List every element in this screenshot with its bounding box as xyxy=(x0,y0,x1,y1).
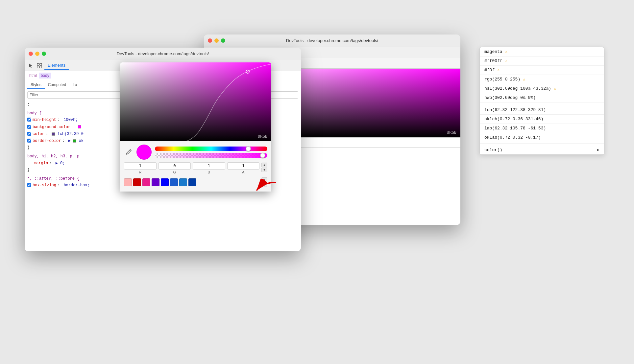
color-name-ff00ff[interactable]: #ff00ff ⚠ xyxy=(480,57,604,66)
colon-2: : xyxy=(72,124,76,130)
picker-body: R G B A ▲ ▼ xyxy=(120,141,271,192)
hue-slider-thumb xyxy=(246,146,251,151)
panel-tab-computed[interactable]: Computed xyxy=(45,81,69,89)
checkbox-color[interactable] xyxy=(27,132,31,136)
hue-slider[interactable] xyxy=(155,147,267,151)
color-name-lch-text: lch(62.32 122.38 329.81) xyxy=(484,107,546,112)
swatch-0[interactable] xyxy=(124,178,132,186)
channel-input-g[interactable] xyxy=(158,162,191,170)
minimize-button-back[interactable] xyxy=(214,38,219,43)
cursor-icon[interactable] xyxy=(27,62,35,69)
alpha-slider[interactable] xyxy=(155,153,267,158)
prop-name-border-color: border-color xyxy=(33,138,61,144)
color-name-hsl[interactable]: hsl(302.69deg 100% 43.32%) ⚠ xyxy=(480,84,604,93)
color-name-oklab[interactable]: oklab(0.72 0.32 -0.17) xyxy=(480,133,604,142)
color-name-rgb[interactable]: rgb(255 0 255) ⚠ xyxy=(480,75,604,84)
panel-tab-la[interactable]: La xyxy=(69,81,80,89)
color-swatch-border[interactable] xyxy=(73,139,76,143)
color-name-magenta-text: magenta xyxy=(484,49,502,54)
stepper-up[interactable]: ▲ xyxy=(261,163,267,167)
channel-label-g: G xyxy=(173,170,176,174)
dropdown-divider xyxy=(480,104,604,104)
checkbox-min-height[interactable] xyxy=(27,118,31,122)
eyedropper-button[interactable] xyxy=(124,148,133,157)
gradient-canvas xyxy=(120,62,271,141)
stepper-down[interactable]: ▼ xyxy=(261,168,267,172)
prop-name-min-height: min-height xyxy=(33,117,56,123)
color-arrow-icon: ▶ xyxy=(597,147,599,152)
breadcrumb-html[interactable]: html xyxy=(27,73,39,79)
breadcrumb-body[interactable]: body xyxy=(39,73,51,79)
swatches-stepper-up[interactable]: ▲ xyxy=(261,177,267,182)
checkbox-background-color[interactable] xyxy=(27,125,31,129)
swatch-7[interactable] xyxy=(188,178,196,186)
color-name-oklab-text: oklab(0.72 0.32 -0.17) xyxy=(484,135,541,140)
close-button-back[interactable] xyxy=(208,38,212,43)
traffic-lights-front xyxy=(29,52,46,56)
maximize-button-front[interactable] xyxy=(42,52,46,56)
inspect-icon[interactable] xyxy=(36,62,43,69)
color-name-oklch[interactable]: oklch(0.72 0.36 331.46) xyxy=(480,115,604,124)
color-swatch-bg[interactable] xyxy=(78,125,81,128)
picker-inputs-row: R G B A ▲ ▼ xyxy=(124,162,267,174)
channel-label-a: A xyxy=(242,170,244,174)
maximize-button-back[interactable] xyxy=(221,38,225,43)
swatches-stepper-down[interactable]: ▼ xyxy=(261,182,267,187)
color-name-ff00ff-text: #ff00ff xyxy=(484,58,502,63)
color-gradient-area[interactable]: sRGB xyxy=(120,62,271,141)
input-group-g: G xyxy=(158,162,191,174)
prop-value-margin: ▶ 0; xyxy=(56,160,65,167)
color-name-f0f-text: #f0f xyxy=(484,68,495,73)
prop-name-margin: margin xyxy=(34,160,48,167)
colon-4: : xyxy=(62,138,67,144)
srgb-label: sRGB xyxy=(258,134,267,139)
close-button-front[interactable] xyxy=(29,52,33,56)
swatch-5[interactable] xyxy=(170,178,178,186)
title-bar-back: DevTools - developer.chrome.com/tags/dev… xyxy=(204,34,460,47)
color-name-hwb-text: hwb(302.69deg 0% 0%) xyxy=(484,95,536,100)
color-names-dropdown[interactable]: magenta ⚠ #ff00ff ⚠ #f0f ⚠ rgb(255 0 255… xyxy=(479,47,604,155)
alpha-slider-thumb xyxy=(260,153,265,158)
picker-stepper: ▲ ▼ xyxy=(261,163,267,172)
traffic-lights-back xyxy=(208,38,225,43)
back-srgb-label: sRGB xyxy=(447,130,456,135)
color-name-oklch-text: oklch(0.72 0.36 331.46) xyxy=(484,117,543,122)
color-name-lab[interactable]: lab(62.32 105.78 -61.53) xyxy=(480,124,604,133)
channel-label-b: B xyxy=(208,170,210,174)
swatch-3[interactable] xyxy=(152,178,159,186)
colon-6: : xyxy=(58,182,62,189)
swatch-2[interactable] xyxy=(142,178,150,186)
checkbox-border-color[interactable] xyxy=(27,139,31,143)
color-name-hsl-text: hsl(302.69deg 100% 43.32%) xyxy=(484,86,551,91)
picker-row-top xyxy=(124,145,267,160)
css-semicolon: ; xyxy=(27,102,30,107)
channel-input-b[interactable] xyxy=(193,162,225,170)
swatch-1[interactable] xyxy=(133,178,141,186)
swatch-6[interactable] xyxy=(179,178,187,186)
channel-label-r: R xyxy=(139,170,141,174)
color-name-lch[interactable]: lch(62.32 122.38 329.81) xyxy=(480,105,604,115)
prop-value-color: lch(32.39 0 xyxy=(52,131,83,137)
input-group-b: B xyxy=(193,162,225,174)
colon-3: : xyxy=(46,131,50,137)
color-swatch-color[interactable] xyxy=(52,132,55,136)
svg-rect-0 xyxy=(37,63,39,65)
warning-icon-ff00ff: ⚠ xyxy=(505,58,507,63)
color-name-magenta[interactable]: magenta ⚠ xyxy=(480,47,604,57)
minimize-button-front[interactable] xyxy=(35,52,39,56)
channel-input-a[interactable] xyxy=(227,162,260,170)
colon-5: : xyxy=(49,160,54,167)
prop-value-bg-color xyxy=(78,124,81,130)
window-title-back: DevTools - developer.chrome.com/tags/dev… xyxy=(286,38,378,43)
tab-elements-front[interactable]: Elements xyxy=(44,61,69,70)
panel-tab-styles[interactable]: Styles xyxy=(27,81,45,89)
color-name-f0f[interactable]: #f0f ⚠ xyxy=(480,66,604,75)
swatch-4[interactable] xyxy=(161,178,169,186)
color-name-color[interactable]: color() ▶ xyxy=(480,145,604,154)
sliders-column xyxy=(155,147,267,158)
color-name-hwb[interactable]: hwb(302.69deg 0% 0%) xyxy=(480,93,604,102)
channel-input-r[interactable] xyxy=(124,162,157,170)
warning-icon-hsl: ⚠ xyxy=(554,86,556,91)
checkbox-box-sizing[interactable] xyxy=(27,183,31,187)
prop-value-min-height: 100vh; xyxy=(63,117,78,123)
